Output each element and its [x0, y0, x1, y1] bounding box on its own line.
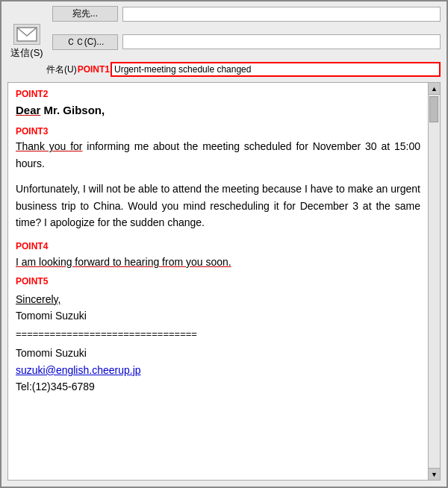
sincerely: Sincerely, — [16, 293, 60, 305]
to-input[interactable] — [122, 7, 441, 22]
scroll-up-button[interactable]: ▲ — [429, 83, 440, 95]
subject-label: 件名(U) — [46, 63, 77, 76]
point4-text: I am looking forward to hearing from you… — [16, 256, 231, 268]
signature: Tomomi Suzuki suzuki@english.cheerup.jp … — [16, 345, 420, 395]
paragraph2: Unfortunately, I will not be able to att… — [16, 181, 420, 231]
salutation-rest: Mr. Gibson, — [40, 104, 105, 116]
send-label: 送信(S) — [10, 46, 43, 60]
email-body: POINT2 Dear Mr. Gibson, POINT3 Thank you… — [8, 83, 428, 480]
sig-email-link[interactable]: suzuki@english.cheerup.jp — [16, 364, 141, 376]
paragraph1: Thank you for informing me about the mee… — [16, 138, 420, 172]
sig-email[interactable]: suzuki@english.cheerup.jp — [16, 362, 420, 378]
dear-word: Dear — [16, 104, 40, 116]
scroll-down-button[interactable]: ▼ — [429, 468, 440, 480]
point2-label: POINT2 — [16, 87, 420, 101]
subject-input[interactable] — [111, 62, 441, 77]
scrollbar[interactable]: ▲ ▼ — [428, 83, 440, 480]
divider: ================================ — [16, 327, 420, 342]
closing-line: Sincerely, — [16, 292, 420, 308]
closing-name: Tomomi Suzuki — [16, 308, 420, 325]
scroll-thumb[interactable] — [429, 96, 438, 122]
to-button[interactable]: 宛先... — [52, 6, 118, 22]
closing: Sincerely, Tomomi Suzuki — [16, 292, 420, 324]
cc-input[interactable] — [122, 34, 441, 49]
send-icon — [13, 24, 40, 45]
paragraph3: I am looking forward to hearing from you… — [16, 254, 420, 270]
scroll-track[interactable] — [429, 95, 440, 468]
point4-label: POINT4 — [16, 240, 420, 254]
point1-label: POINT1 — [78, 64, 110, 75]
point3-underlined: Thank you for — [16, 140, 82, 152]
sig-name: Tomomi Suzuki — [16, 345, 420, 361]
salutation: Dear Mr. Gibson, — [16, 101, 420, 119]
sig-tel: Tel:(12)345-6789 — [16, 378, 420, 395]
point5-label: POINT5 — [16, 275, 420, 289]
cc-button[interactable]: ＣＣ(C)... — [52, 34, 118, 50]
point3-label: POINT3 — [16, 125, 420, 139]
